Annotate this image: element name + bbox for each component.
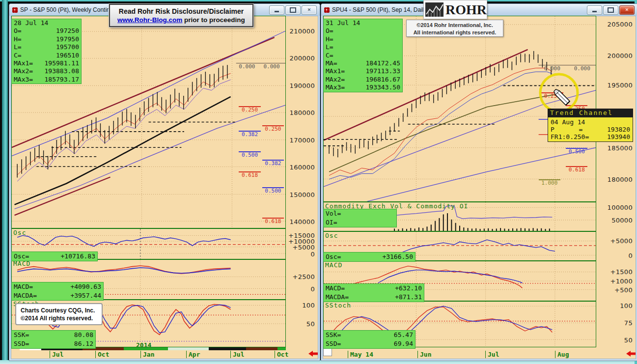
risk-disclaimer-banner: Read Rohr Risk Disclosure/Disclaimer www… bbox=[109, 4, 253, 27]
osc-panel-label: Osc bbox=[13, 229, 26, 236]
cqg-chart-icon bbox=[324, 7, 330, 13]
ohlc-info-box-weekly: 28 Jul 14O=197250H=197950L=195700C=19651… bbox=[11, 19, 82, 84]
cqg-credit-line1: Charts Courtesy CQG, Inc. bbox=[21, 307, 102, 314]
osc-value-box-weekly: Osc=+10716.83 bbox=[11, 252, 98, 261]
macd-panel-label: MACD bbox=[325, 261, 342, 269]
close-button[interactable]: ✕ bbox=[302, 5, 317, 15]
chart-window-daily: SPU4 - S&P 500 (Pit), Sep 14, Daily ✕ 0.… bbox=[321, 3, 637, 361]
close-button[interactable]: ✕ bbox=[619, 5, 635, 15]
trend-p-value: 193820 bbox=[607, 126, 630, 133]
osc-value-box-daily: Osc=+3166.50 bbox=[323, 252, 415, 262]
rohr-logo-chart-icon bbox=[425, 2, 443, 17]
window-title-daily: SPU4 - S&P 500 (Pit), Sep 14, Daily bbox=[332, 6, 427, 13]
rohr-copyright-box: ©2014 Rohr International, Inc. All inter… bbox=[406, 20, 503, 37]
sstoch-value-box-weekly: SSK=80.08SSD=86.12 bbox=[11, 330, 96, 349]
sstoch-value-box-daily: SSK=65.47SSD=69.94 bbox=[323, 330, 415, 349]
osc-panel-label: Osc bbox=[325, 232, 338, 239]
trend-channel-date: 04 Aug 14 bbox=[551, 118, 585, 126]
video-frame-left bbox=[2, 0, 8, 364]
cqg-chart-icon bbox=[12, 7, 18, 13]
copyright-line2: All international rights reserved. bbox=[407, 29, 503, 36]
macd-value-box-daily: MACD=+632.10MACDA=+871.31 bbox=[323, 283, 424, 302]
scroll-left-arrow-icon[interactable] bbox=[308, 350, 319, 357]
trend-fr1-label: FR1:0.250= bbox=[551, 133, 589, 140]
video-frame-top bbox=[0, 0, 637, 1]
vol-value-box-daily: Vol=OI= bbox=[323, 209, 397, 227]
minimize-button[interactable] bbox=[269, 5, 284, 15]
minimize-button[interactable] bbox=[587, 5, 602, 15]
maximize-button[interactable] bbox=[285, 5, 301, 15]
maximize-button[interactable] bbox=[603, 5, 618, 15]
trend-p-equals: = bbox=[579, 126, 583, 133]
disclaimer-line2: prior to proceeding bbox=[182, 16, 245, 24]
cqg-credit-line2: ©2014 All rights reserved. bbox=[21, 314, 102, 322]
disclaimer-line1: Read Rohr Risk Disclosure/Disclaimer bbox=[110, 7, 252, 15]
scroll-left-arrow-icon[interactable] bbox=[626, 350, 637, 357]
pencil-cursor-icon bbox=[553, 88, 575, 110]
sstoch-panel-label: SStoch bbox=[325, 302, 351, 309]
window-title-weekly: SP - S&P 500 (Pit), Weekly Continua bbox=[20, 6, 116, 13]
trend-fr1-value: 193940 bbox=[607, 133, 630, 140]
ohlc-info-box-daily: 31 Jul 14O=H=L=C=MA=184172.45MAx1=197113… bbox=[323, 19, 403, 92]
rohr-logo-text: ROHR bbox=[445, 2, 487, 17]
macd-value-box-weekly: MACD=+4090.63MACDA=+3957.44 bbox=[11, 282, 104, 301]
copyright-line1: ©2014 Rohr International, Inc. bbox=[407, 22, 503, 29]
cqg-credit-box: Charts Courtesy CQG, Inc. ©2014 All righ… bbox=[15, 303, 103, 325]
trend-channel-tooltip: Trend Channel 04 Aug 14 P = 193820 FR1:0… bbox=[548, 109, 633, 142]
rohr-logo: ROHR bbox=[423, 0, 487, 19]
trend-p-label: P bbox=[551, 126, 554, 133]
chart-window-weekly: SP - S&P 500 (Pit), Weekly Continua ✕ 0.… bbox=[9, 3, 320, 361]
rohr-blog-link[interactable]: www.Rohr-Blog.com bbox=[117, 16, 182, 24]
